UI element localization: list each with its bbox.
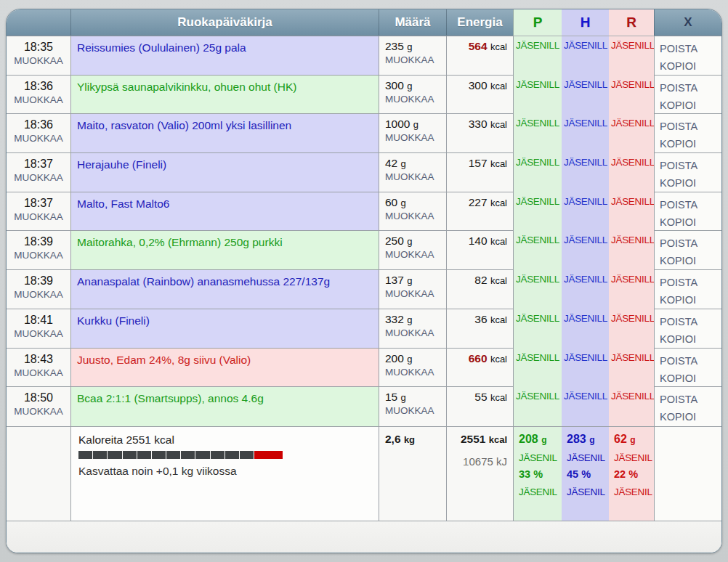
delete-link[interactable]: POISTA — [660, 391, 719, 408]
fat-members-link[interactable]: JÄSENIL — [614, 452, 652, 463]
delete-link[interactable]: POISTA — [660, 274, 719, 291]
protein-members-link[interactable]: JÄSENILL — [516, 391, 559, 402]
delete-link[interactable]: POISTA — [660, 157, 719, 174]
protein-members-link[interactable]: JÄSENILL — [516, 196, 559, 207]
carbs-members-link[interactable]: JÄSENILL — [564, 118, 607, 129]
copy-link[interactable]: KOPIOI — [660, 252, 719, 269]
edit-link[interactable]: MUOKKAA — [7, 288, 70, 301]
edit-link[interactable]: MUOKKAA — [385, 248, 442, 261]
edit-link[interactable]: MUOKKAA — [7, 211, 70, 224]
edit-link[interactable]: MUOKKAA — [385, 288, 442, 301]
copy-link[interactable]: KOPIOI — [660, 291, 719, 309]
carbs-members-link[interactable]: JÄSENILL — [564, 274, 607, 285]
protein-members-link[interactable]: JÄSENILL — [516, 313, 559, 324]
food-name-link[interactable]: Maito, rasvaton (Valio) 200ml yksi lasil… — [77, 119, 291, 131]
delete-link[interactable]: POISTA — [660, 352, 719, 370]
edit-link[interactable]: MUOKKAA — [7, 327, 70, 341]
fat-members-link[interactable]: JÄSENILL — [611, 352, 654, 363]
protein-members-link[interactable]: JÄSENILL — [516, 118, 559, 129]
carbs-members-link[interactable]: JÄSENILL — [564, 313, 607, 324]
edit-link[interactable]: MUOKKAA — [385, 210, 442, 223]
delete-link[interactable]: POISTA — [660, 235, 719, 252]
fat-members-link[interactable]: JÄSENILL — [611, 157, 654, 168]
food-name-link[interactable]: Juusto, Edam 24%, 8g siivu (Valio) — [77, 354, 251, 366]
protein-members-link[interactable]: JÄSENILL — [516, 79, 559, 90]
energy-cell: 157 kcal — [446, 153, 513, 192]
edit-link[interactable]: MUOKKAA — [385, 404, 442, 418]
fat-members-link[interactable]: JÄSENILL — [611, 40, 654, 51]
row-actions-cell: POISTA KOPIOI — [654, 387, 721, 426]
carbs-members-link[interactable]: JÄSENILL — [564, 235, 607, 245]
fat-members-link[interactable]: JÄSENILL — [611, 313, 654, 324]
food-name-link[interactable]: Reissumies (Oululainen) 25g pala — [77, 41, 246, 54]
fat-members-link[interactable]: JÄSENILL — [611, 196, 654, 207]
copy-link[interactable]: KOPIOI — [660, 330, 719, 348]
delete-link[interactable]: POISTA — [660, 196, 719, 213]
food-name-link[interactable]: Malto, Fast Malto6 — [77, 197, 170, 210]
protein-members-link[interactable]: JÄSENILL — [516, 235, 559, 245]
fat-members-link[interactable]: JÄSENILL — [611, 391, 654, 402]
fat-members-cell: JÄSENILL — [609, 76, 654, 115]
edit-link[interactable]: MUOKKAA — [7, 132, 70, 145]
header-energy: Energia — [446, 9, 513, 36]
food-name-link[interactable]: Kurkku (Fineli) — [77, 314, 150, 327]
delete-link[interactable]: POISTA — [660, 79, 719, 97]
edit-link[interactable]: MUOKKAA — [7, 367, 70, 380]
food-name-cell: Bcaa 2:1:1 (Smartsupps), annos 4.6g — [70, 387, 379, 426]
edit-link[interactable]: MUOKKAA — [385, 54, 442, 67]
edit-link[interactable]: MUOKKAA — [385, 171, 442, 184]
time-cell: 18:37 MUOKKAA — [7, 153, 70, 192]
protein-members-link[interactable]: JÄSENILL — [516, 352, 559, 363]
food-name-link[interactable]: Ananaspalat (Rainbow) ananasmehussa 227/… — [77, 275, 330, 288]
fat-members-link[interactable]: JÄSENILL — [611, 79, 654, 90]
carbs-members-link[interactable]: JÄSENILL — [564, 391, 607, 402]
protein-members-link[interactable]: JÄSENILL — [516, 40, 559, 51]
carbs-members-link[interactable]: JÄSENIL — [567, 452, 607, 463]
food-name-link[interactable]: Maitorahka, 0,2% (Ehrmann) 250g purkki — [77, 236, 283, 248]
copy-link[interactable]: KOPIOI — [660, 174, 719, 192]
protein-members-link[interactable]: JÄSENILL — [516, 157, 559, 168]
carbs-members-link[interactable]: JÄSENILL — [564, 196, 607, 207]
edit-link[interactable]: MUOKKAA — [385, 327, 442, 340]
edit-link[interactable]: MUOKKAA — [385, 131, 442, 144]
food-name-link[interactable]: Bcaa 2:1:1 (Smartsupps), annos 4.6g — [77, 392, 264, 404]
fat-members-link[interactable]: JÄSENIL — [614, 486, 652, 497]
edit-link[interactable]: MUOKKAA — [385, 366, 442, 379]
edit-link[interactable]: MUOKKAA — [7, 249, 70, 262]
carbs-members-link[interactable]: JÄSENILL — [564, 157, 607, 168]
carbs-members-link[interactable]: JÄSENILL — [564, 352, 607, 363]
delete-link[interactable]: POISTA — [660, 313, 719, 330]
fat-members-link[interactable]: JÄSENILL — [611, 235, 654, 245]
fat-members-link[interactable]: JÄSENILL — [611, 118, 654, 129]
time-cell: 18:36 MUOKKAA — [7, 114, 70, 153]
carbs-members-cell: JÄSENILL — [562, 153, 609, 192]
protein-members-cell: JÄSENILL — [513, 270, 562, 309]
copy-link[interactable]: KOPIOI — [660, 408, 719, 425]
copy-link[interactable]: KOPIOI — [660, 57, 719, 75]
protein-members-cell: JÄSENILL — [513, 114, 562, 153]
edit-link[interactable]: MUOKKAA — [7, 171, 70, 184]
carbs-members-link[interactable]: JÄSENILL — [564, 40, 607, 51]
fat-members-link[interactable]: JÄSENILL — [611, 274, 654, 285]
header-carbs: H — [562, 9, 609, 36]
edit-link[interactable]: MUOKKAA — [385, 93, 442, 106]
carbs-members-link[interactable]: JÄSENIL — [567, 486, 607, 497]
edit-link[interactable]: MUOKKAA — [7, 54, 70, 68]
food-name-link[interactable]: Ylikypsä saunapalvikinkku, ohuen ohut (H… — [77, 81, 296, 93]
delete-link[interactable]: POISTA — [660, 40, 719, 57]
carbs-members-cell: JÄSENILL — [562, 231, 609, 270]
delete-link[interactable]: POISTA — [660, 118, 719, 135]
edit-link[interactable]: MUOKKAA — [7, 405, 70, 418]
edit-link[interactable]: MUOKKAA — [7, 94, 70, 107]
copy-link[interactable]: KOPIOI — [660, 135, 719, 152]
time-cell: 18:43 MUOKKAA — [7, 349, 70, 388]
food-name-link[interactable]: Herajauhe (Fineli) — [77, 158, 166, 171]
protein-members-link[interactable]: JÄSENIL — [519, 486, 560, 497]
copy-link[interactable]: KOPIOI — [660, 370, 719, 387]
amount-value: 1000 g — [385, 118, 442, 131]
protein-members-link[interactable]: JÄSENIL — [519, 452, 560, 463]
protein-members-link[interactable]: JÄSENILL — [516, 274, 559, 285]
copy-link[interactable]: KOPIOI — [660, 213, 719, 231]
carbs-members-link[interactable]: JÄSENILL — [564, 79, 607, 90]
copy-link[interactable]: KOPIOI — [660, 97, 719, 114]
